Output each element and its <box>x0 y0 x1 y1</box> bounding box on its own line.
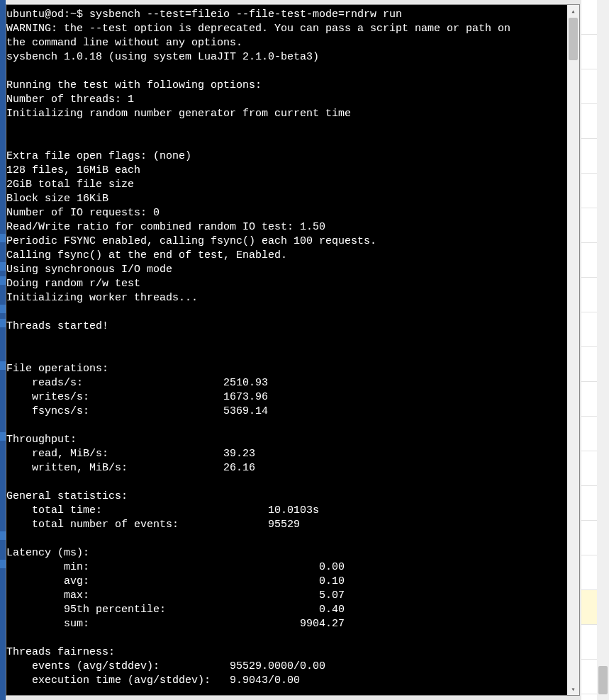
written-mib-label: written, MiB/s: <box>6 462 223 474</box>
read-mib-value: 39.23 <box>223 448 255 460</box>
lat-95-value: 0.40 <box>319 604 345 616</box>
total-time-value: 10.0103s <box>268 504 319 516</box>
lat-min-label: min: <box>6 561 319 573</box>
fsyncs-label: fsyncs/s: <box>6 405 223 417</box>
lat-max-value: 5.07 <box>319 589 345 602</box>
fsyncs-value: 5369.14 <box>223 405 268 417</box>
io-req-line: Number of IO requests: 0 <box>6 207 160 219</box>
block-size-line: Block size 16KiB <box>6 193 108 205</box>
lat-95-label: 95th percentile: <box>6 604 319 616</box>
read-mib-label: read, MiB/s: <box>6 448 223 460</box>
warning-line-2: the command line without any options. <box>6 37 242 49</box>
total-events-label: total number of events: <box>6 519 268 531</box>
terminal[interactable]: ubuntu@od:~$ sysbench --test=fileio --fi… <box>6 4 580 696</box>
written-mib-value: 26.16 <box>223 462 255 474</box>
genstats-header: General statistics: <box>6 490 128 502</box>
window: ubuntu@od:~$ sysbench --test=fileio --fi… <box>0 0 609 700</box>
left-gutter <box>0 0 6 700</box>
terminal-output: ubuntu@od:~$ sysbench --test=fileio --fi… <box>6 5 567 695</box>
terminal-scroll-thumb[interactable] <box>569 18 578 60</box>
writes-label: writes/s: <box>6 391 223 403</box>
sync-mode-line: Using synchronous I/O mode <box>6 264 172 276</box>
writes-value: 1673.96 <box>223 391 268 403</box>
reads-value: 2510.93 <box>223 377 268 389</box>
command: sysbench --test=fileio --file-test-mode=… <box>89 9 402 21</box>
latency-header: Latency (ms): <box>6 547 89 559</box>
lat-sum-label: sum: <box>6 618 300 630</box>
threads-started: Threads started! <box>6 320 108 332</box>
lat-min-value: 0.00 <box>319 561 345 573</box>
total-time-label: total time: <box>6 504 268 516</box>
version-line: sysbench 1.0.18 (using system LuaJIT 2.1… <box>6 51 319 63</box>
doing-line: Doing random r/w test <box>6 278 140 290</box>
events-avg-label: events (avg/stddev): <box>6 660 230 672</box>
fsync-line: Periodic FSYNC enabled, calling fsync() … <box>6 235 376 247</box>
throughput-header: Throughput: <box>6 434 77 446</box>
fileops-header: File operations: <box>6 363 108 375</box>
lat-sum-value: 9904.27 <box>300 618 345 630</box>
page-scrollbar[interactable] <box>597 0 609 700</box>
terminal-scrollbar[interactable]: ▴ ▾ <box>567 5 579 695</box>
rng-line: Initializing random number generator fro… <box>6 108 351 120</box>
reads-label: reads/s: <box>6 377 223 389</box>
lat-avg-value: 0.10 <box>319 575 345 587</box>
lat-max-label: max: <box>6 589 319 602</box>
fairness-header: Threads fairness: <box>6 646 115 658</box>
threads-line: Number of threads: 1 <box>6 94 134 106</box>
prompt: ubuntu@od:~$ <box>6 9 89 21</box>
init-workers: Initializing worker threads... <box>6 292 198 304</box>
scroll-down-button[interactable]: ▾ <box>567 683 579 695</box>
files-line: 128 files, 16MiB each <box>6 164 140 176</box>
exec-time-label: execution time (avg/stddev): <box>6 674 230 687</box>
flags-line: Extra file open flags: (none) <box>6 150 191 162</box>
exec-time-value: 9.9043/0.00 <box>230 674 300 687</box>
page-scroll-thumb[interactable] <box>598 666 608 694</box>
total-size-line: 2GiB total file size <box>6 179 134 191</box>
events-avg-value: 95529.0000/0.00 <box>230 660 325 672</box>
fsync-end-line: Calling fsync() at the end of test, Enab… <box>6 249 287 261</box>
run-header: Running the test with following options: <box>6 79 262 91</box>
lat-avg-label: avg: <box>6 575 319 587</box>
scroll-up-button[interactable]: ▴ <box>567 5 579 17</box>
total-events-value: 95529 <box>268 519 300 531</box>
rw-ratio-line: Read/Write ratio for combined random IO … <box>6 221 325 233</box>
warning-line-1: WARNING: the --test option is deprecated… <box>6 23 510 35</box>
